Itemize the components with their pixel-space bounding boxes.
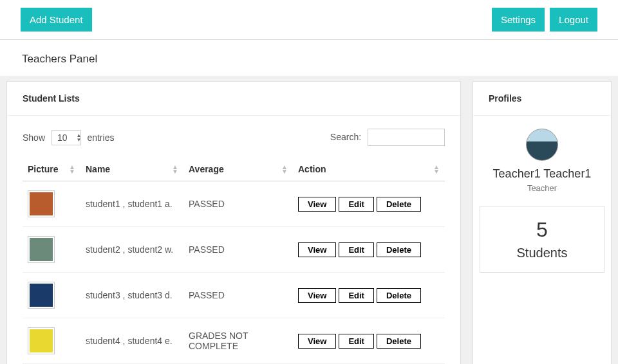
delete-button[interactable]: Delete <box>377 242 421 257</box>
search-input[interactable] <box>368 129 445 146</box>
view-button[interactable]: View <box>298 288 336 303</box>
student-actions: ViewEditDelete <box>293 227 445 273</box>
student-name: student1 , student1 a. <box>80 181 183 227</box>
page-title: Teachers Panel <box>0 40 618 76</box>
sort-icon: ▲▼ <box>69 165 75 174</box>
view-button[interactable]: View <box>298 197 336 212</box>
student-list-body: Show 10 ▲▼ entries Search: Picture▲▼ N <box>7 116 460 364</box>
student-thumb <box>28 282 55 309</box>
students-table: Picture▲▼ Name▲▼ Average▲▼ Action▲▼ stud… <box>23 158 445 364</box>
student-thumb <box>28 236 55 263</box>
table-row: student4 , student4 e.GRADES NOT COMPLET… <box>23 318 445 364</box>
student-thumb <box>28 190 55 217</box>
edit-button[interactable]: Edit <box>339 334 374 349</box>
content: Student Lists Show 10 ▲▼ entries Search: <box>0 76 618 364</box>
student-actions: ViewEditDelete <box>293 318 445 364</box>
view-button[interactable]: View <box>298 334 336 349</box>
view-button[interactable]: View <box>298 242 336 257</box>
search-control: Search: <box>330 129 445 146</box>
student-name: student2 , student2 w. <box>80 227 183 273</box>
profile-role: Teacher <box>480 183 604 193</box>
profile-panel: Profiles Teacher1 Teacher1 Teacher 5 Stu… <box>473 81 612 364</box>
logout-button[interactable]: Logout <box>550 8 597 32</box>
add-student-button[interactable]: Add Student <box>21 8 92 32</box>
col-picture[interactable]: Picture▲▼ <box>23 158 80 181</box>
student-actions: ViewEditDelete <box>293 181 445 227</box>
sort-icon: ▲▼ <box>433 165 440 174</box>
col-average[interactable]: Average▲▼ <box>183 158 293 181</box>
show-label: Show <box>23 132 45 143</box>
table-controls: Show 10 ▲▼ entries Search: <box>23 129 445 146</box>
delete-button[interactable]: Delete <box>377 288 421 303</box>
edit-button[interactable]: Edit <box>339 242 374 257</box>
edit-button[interactable]: Edit <box>339 197 374 212</box>
stat-label: Students <box>487 246 597 260</box>
edit-button[interactable]: Edit <box>339 288 374 303</box>
student-list-panel: Student Lists Show 10 ▲▼ entries Search: <box>6 81 461 364</box>
entries-label: entries <box>87 132 114 143</box>
student-average: PASSED <box>183 227 293 273</box>
search-label: Search: <box>330 132 361 142</box>
profile-card: Teacher1 Teacher1 Teacher 5 Students <box>473 116 611 286</box>
settings-button[interactable]: Settings <box>492 8 545 32</box>
table-row: student2 , student2 w.PASSEDViewEditDele… <box>23 227 445 273</box>
stat-number: 5 <box>487 218 597 242</box>
student-name: student4 , student4 e. <box>80 318 183 364</box>
student-average: PASSED <box>183 273 293 318</box>
avatar <box>526 129 558 161</box>
sort-icon: ▲▼ <box>172 165 178 174</box>
stat-box: 5 Students <box>480 206 604 273</box>
sort-icon: ▲▼ <box>281 165 288 174</box>
student-actions: ViewEditDelete <box>293 273 445 318</box>
topbar: Add Student Settings Logout <box>0 0 618 40</box>
profile-name: Teacher1 Teacher1 <box>480 167 604 181</box>
student-thumb <box>28 327 55 354</box>
delete-button[interactable]: Delete <box>377 197 421 212</box>
profile-header: Profiles <box>473 82 611 116</box>
entries-select[interactable]: 10 <box>52 130 81 145</box>
table-row: student1 , student1 a.PASSEDViewEditDele… <box>23 181 445 227</box>
student-average: PASSED <box>183 181 293 227</box>
student-list-header: Student Lists <box>7 82 460 116</box>
table-row: student3 , student3 d.PASSEDViewEditDele… <box>23 273 445 318</box>
topbar-right: Settings Logout <box>492 8 597 32</box>
col-name[interactable]: Name▲▼ <box>80 158 183 181</box>
col-action[interactable]: Action▲▼ <box>293 158 445 181</box>
student-average: GRADES NOT COMPLETE <box>183 318 293 364</box>
student-name: student3 , student3 d. <box>80 273 183 318</box>
delete-button[interactable]: Delete <box>377 334 421 349</box>
entries-control: Show 10 ▲▼ entries <box>23 130 114 145</box>
